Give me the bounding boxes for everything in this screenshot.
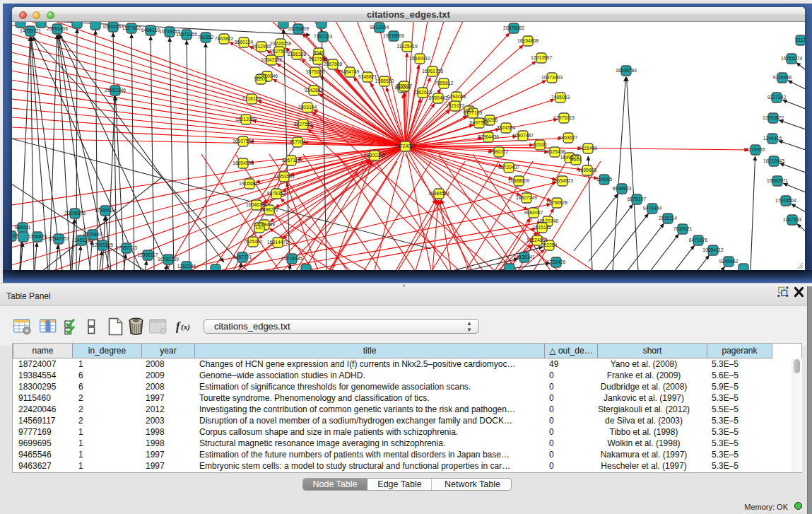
svg-text:10654112: 10654112 xyxy=(702,247,724,252)
svg-text:12213967: 12213967 xyxy=(531,55,552,60)
svg-text:9527500: 9527500 xyxy=(270,49,289,54)
svg-text:10807487: 10807487 xyxy=(512,133,534,138)
svg-text:16154808: 16154808 xyxy=(517,38,539,43)
svg-text:11958117: 11958117 xyxy=(137,252,158,257)
svg-text:1615132: 1615132 xyxy=(533,225,552,230)
svg-text:7485063: 7485063 xyxy=(551,95,570,100)
svg-text:3875685: 3875685 xyxy=(306,69,325,74)
svg-text:8938923: 8938923 xyxy=(613,186,632,191)
svg-text:9227342: 9227342 xyxy=(767,95,787,100)
svg-text:8454749: 8454749 xyxy=(341,69,360,74)
svg-text:8186328: 8186328 xyxy=(288,52,307,57)
svg-text:8471676: 8471676 xyxy=(689,238,708,243)
svg-text:20876682: 20876682 xyxy=(503,25,524,30)
svg-text:15640910: 15640910 xyxy=(409,56,430,61)
svg-text:8215955: 8215955 xyxy=(746,147,765,152)
svg-text:3824554: 3824554 xyxy=(497,125,516,130)
svg-text:12942757: 12942757 xyxy=(48,236,69,241)
svg-text:1527602: 1527602 xyxy=(122,25,141,30)
svg-text:9975867: 9975867 xyxy=(83,232,102,237)
svg-text:817004: 817004 xyxy=(290,139,306,144)
svg-text:19654923: 19654923 xyxy=(552,178,573,183)
svg-text:20364436: 20364436 xyxy=(478,134,499,139)
svg-text:10973493: 10973493 xyxy=(541,75,563,80)
svg-text:16648784: 16648784 xyxy=(616,68,637,73)
svg-text:6497508: 6497508 xyxy=(470,120,489,125)
svg-text:1145194: 1145194 xyxy=(72,238,90,243)
svg-text:13524861: 13524861 xyxy=(526,238,548,243)
svg-text:7357224: 7357224 xyxy=(314,34,333,39)
svg-text:9084067: 9084067 xyxy=(524,210,543,215)
svg-text:9527508: 9527508 xyxy=(309,57,328,62)
svg-text:9777169: 9777169 xyxy=(464,110,483,115)
svg-text:252254: 252254 xyxy=(541,243,558,247)
svg-text:16120746: 16120746 xyxy=(537,218,558,223)
svg-text:7986372: 7986372 xyxy=(490,149,509,154)
svg-text:16033809: 16033809 xyxy=(288,26,309,31)
svg-text:2935114: 2935114 xyxy=(659,216,677,221)
svg-text:18724007: 18724007 xyxy=(394,144,416,148)
svg-text:3498222: 3498222 xyxy=(260,207,279,212)
svg-text:7625402: 7625402 xyxy=(244,239,263,244)
svg-text:16210643: 16210643 xyxy=(763,158,784,163)
svg-text:8912956: 8912956 xyxy=(252,44,271,49)
svg-text:19384554: 19384554 xyxy=(428,191,449,196)
svg-text:17016504: 17016504 xyxy=(775,198,796,203)
svg-text:8660124: 8660124 xyxy=(235,40,254,45)
svg-text:1156829: 1156829 xyxy=(28,234,47,239)
svg-text:39159: 39159 xyxy=(12,233,18,238)
svg-text:137: 137 xyxy=(255,225,264,230)
svg-text:16914479: 16914479 xyxy=(267,240,288,245)
svg-text:8813054: 8813054 xyxy=(370,25,389,30)
svg-text:1621072: 1621072 xyxy=(446,103,465,108)
svg-text:1362615: 1362615 xyxy=(413,90,433,95)
svg-text:11325419: 11325419 xyxy=(396,44,418,49)
svg-text:19756928: 19756928 xyxy=(546,200,567,205)
svg-text:15716485: 15716485 xyxy=(281,256,302,261)
svg-text:20206576: 20206576 xyxy=(64,211,86,216)
svg-text:18300295: 18300295 xyxy=(364,153,385,158)
svg-text:3546: 3546 xyxy=(313,50,324,55)
svg-text:15136141: 15136141 xyxy=(514,255,535,259)
svg-text:7955812: 7955812 xyxy=(435,81,454,86)
svg-text:16671355: 16671355 xyxy=(176,32,197,37)
svg-text:751552: 751552 xyxy=(198,35,214,40)
svg-text:822037: 822037 xyxy=(396,83,413,88)
svg-text:8990443: 8990443 xyxy=(429,95,448,100)
svg-text:15692971: 15692971 xyxy=(767,178,788,183)
svg-text:(x): (x) xyxy=(181,322,190,332)
svg-text:7463822: 7463822 xyxy=(215,36,234,41)
svg-text:2718126: 2718126 xyxy=(242,96,261,101)
svg-text:20691406: 20691406 xyxy=(47,26,68,31)
svg-text:12213389: 12213389 xyxy=(235,117,257,122)
svg-text:9115460: 9115460 xyxy=(579,146,597,151)
svg-text:6794028: 6794028 xyxy=(447,94,466,99)
svg-text:9699695: 9699695 xyxy=(578,168,597,173)
svg-text:9245652: 9245652 xyxy=(719,259,739,264)
svg-text:1167533: 1167533 xyxy=(783,217,801,222)
svg-text:10688609: 10688609 xyxy=(508,178,529,183)
svg-text:164095: 164095 xyxy=(596,177,613,182)
svg-text:1588520: 1588520 xyxy=(375,78,394,83)
svg-text:985001: 985001 xyxy=(15,225,31,230)
svg-text:9474444: 9474444 xyxy=(643,206,662,211)
svg-text:98901: 98901 xyxy=(254,76,268,81)
svg-text:16782759: 16782759 xyxy=(158,257,179,262)
svg-text:16046786: 16046786 xyxy=(246,202,267,207)
svg-text:15720407: 15720407 xyxy=(498,165,519,170)
svg-text:10543382: 10543382 xyxy=(261,57,282,62)
svg-text:62160: 62160 xyxy=(534,142,547,147)
svg-text:8878352: 8878352 xyxy=(267,191,286,196)
svg-text:16961758: 16961758 xyxy=(422,69,443,74)
svg-text:10025438: 10025438 xyxy=(544,149,565,154)
svg-text:14055721: 14055721 xyxy=(20,28,41,33)
svg-text:9457791: 9457791 xyxy=(233,255,252,259)
svg-text:9242848: 9242848 xyxy=(305,88,324,93)
svg-text:1292346: 1292346 xyxy=(177,264,196,269)
svg-text:18807249: 18807249 xyxy=(516,195,537,200)
svg-text:12505185: 12505185 xyxy=(92,243,113,247)
svg-text:9463627: 9463627 xyxy=(559,135,578,140)
svg-text:8427552: 8427552 xyxy=(294,122,313,127)
svg-text:29053346: 29053346 xyxy=(105,88,126,93)
svg-text:17957223: 17957223 xyxy=(116,245,137,250)
